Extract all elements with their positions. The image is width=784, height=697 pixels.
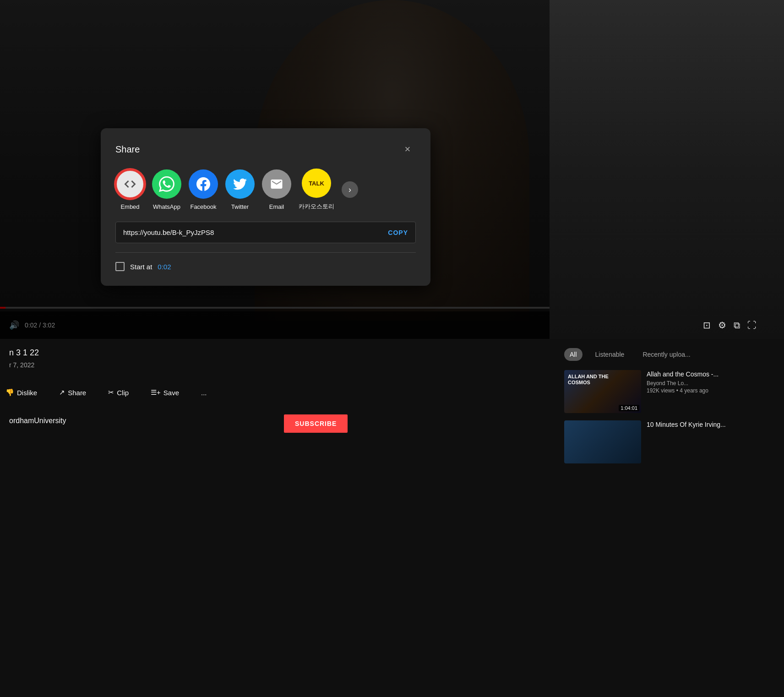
subscribe-button[interactable]: SUBSCRIBE (284, 414, 348, 433)
rec-duration-1: 1:04:01 (619, 405, 639, 411)
facebook-label: Facebook (190, 203, 216, 210)
embed-icon (115, 169, 145, 199)
share-dialog: Share × Embed WhatsApp (101, 128, 430, 286)
start-at-label: Start at (130, 263, 152, 271)
copy-button[interactable]: COPY (388, 229, 408, 236)
facebook-icon (189, 169, 218, 199)
rec-thumb-cosmos: ALLAH AND THECOSMOS 1:04:01 (564, 370, 641, 413)
settings-button[interactable]: ⚙ (718, 320, 726, 331)
share-whatsapp-item[interactable]: WhatsApp (152, 169, 181, 210)
share-header: Share × (115, 141, 416, 158)
filter-tabs: All Listenable Recently uploa... (564, 348, 775, 361)
start-at-row: Start at 0:02 (115, 262, 416, 271)
share-icon: ↗ (59, 388, 65, 397)
right-sidebar: All Listenable Recently uploa... ALLAH A… (555, 339, 784, 697)
dislike-button[interactable]: 👎 Dislike (0, 385, 43, 400)
share-icons-row: Embed WhatsApp Facebook (115, 169, 416, 211)
share-embed-item[interactable]: Embed (115, 169, 145, 210)
video-title-area: n 3 1 22 r 7, 2022 (9, 348, 39, 369)
url-row: https://youtu.be/B-k_PyJzPS8 COPY (115, 222, 416, 243)
rec-title-1: Allah and the Cosmos -... (647, 370, 775, 378)
tab-recently-uploaded[interactable]: Recently uploa... (637, 348, 696, 361)
channel-name: ordhamUniversity (9, 417, 66, 425)
save-button[interactable]: ☰+ Save (145, 385, 185, 400)
start-at-checkbox[interactable] (115, 262, 125, 271)
share-dialog-title: Share (115, 144, 140, 155)
clip-button[interactable]: ✂ Clip (103, 385, 134, 400)
share-button[interactable]: ↗ Share (54, 385, 92, 400)
rec-info-2: 10 Minutes Of Kyrie Irving... (647, 420, 775, 463)
share-twitter-item[interactable]: Twitter (225, 169, 255, 210)
twitter-label: Twitter (231, 203, 249, 210)
email-label: Email (269, 203, 284, 210)
dislike-icon: 👎 (5, 388, 14, 397)
whatsapp-icon (152, 169, 181, 199)
kakao-icon: TALK (302, 169, 331, 198)
start-at-time[interactable]: 0:02 (158, 263, 171, 271)
video-actions: 👎 Dislike ↗ Share ✂ Clip ☰+ Save ... (0, 385, 212, 400)
email-icon (262, 169, 291, 199)
rec-meta-1: 192K views • 4 years ago (647, 387, 775, 394)
rec-channel-1: Beyond The Lo... (647, 380, 775, 387)
share-next-button[interactable]: › (342, 181, 358, 198)
fullscreen-button[interactable]: ⛶ (747, 320, 757, 331)
share-email-item[interactable]: Email (262, 169, 291, 210)
share-url-text: https://youtu.be/B-k_PyJzPS8 (123, 229, 388, 236)
share-kakao-item[interactable]: TALK 카카오스토리 (299, 169, 334, 211)
video-title: n 3 1 22 (9, 348, 39, 358)
tab-listenable[interactable]: Listenable (590, 348, 630, 361)
close-button[interactable]: × (399, 141, 416, 158)
clip-icon: ✂ (108, 388, 114, 397)
video-date: r 7, 2022 (9, 361, 39, 369)
recommended-item-1[interactable]: ALLAH AND THECOSMOS 1:04:01 Allah and th… (564, 370, 775, 413)
whatsapp-label: WhatsApp (153, 203, 180, 210)
divider (115, 252, 416, 253)
save-icon: ☰+ (151, 388, 161, 397)
embed-label: Embed (120, 203, 139, 210)
cc-button[interactable]: ⊡ (703, 320, 711, 331)
kakao-label: 카카오스토리 (299, 202, 334, 211)
more-button[interactable]: ... (196, 385, 212, 400)
twitter-icon (225, 169, 255, 199)
miniplayer-button[interactable]: ⧉ (734, 320, 740, 331)
rec-info-1: Allah and the Cosmos -... Beyond The Lo.… (647, 370, 775, 413)
share-facebook-item[interactable]: Facebook (189, 169, 218, 210)
recommended-item-2[interactable]: 10 Minutes Of Kyrie Irving... (564, 420, 775, 463)
tab-all[interactable]: All (564, 348, 583, 361)
rec-thumb-kyrie (564, 420, 641, 463)
rec-title-2: 10 Minutes Of Kyrie Irving... (647, 420, 775, 429)
controls-right: ⊡ ⚙ ⧉ ⛶ (703, 311, 757, 339)
kakao-talk-text: TALK (309, 180, 324, 186)
